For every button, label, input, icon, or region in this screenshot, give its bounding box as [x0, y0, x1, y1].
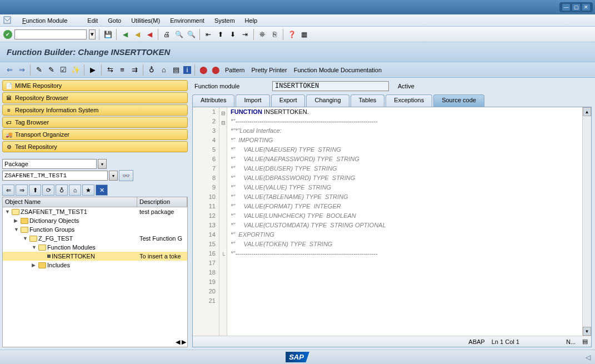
pretty-printer-button[interactable]: Pretty Printer [251, 67, 287, 73]
test-icon[interactable]: ▶ [88, 65, 98, 75]
tab-import[interactable]: Import [236, 94, 269, 107]
glasses-icon[interactable]: 👓 [119, 170, 133, 181]
next-page-icon[interactable]: ⬇ [228, 29, 238, 39]
object-list-icon[interactable]: ≡ [117, 65, 127, 75]
find-icon[interactable]: 🔍 [174, 29, 184, 39]
footer-resize-icon[interactable]: ◁ [586, 353, 591, 361]
breakpoint2-icon[interactable]: ⬤ [211, 65, 221, 75]
pattern-button[interactable]: Pattern [225, 67, 244, 73]
menu-utilities[interactable]: Utilities(M) [131, 17, 160, 24]
back-icon[interactable]: ◀ [120, 29, 130, 39]
app-menu-icon[interactable] [3, 16, 12, 25]
print-icon[interactable]: 🖨 [162, 29, 172, 39]
nav-repo-info[interactable]: ≡Repository Information System [2, 104, 188, 116]
worklist-icon[interactable]: ▤ [171, 65, 181, 75]
prev-page-icon[interactable]: ⬆ [216, 29, 226, 39]
fold-gutter[interactable]: ⊟⊟└ [219, 107, 227, 336]
shortcut-icon[interactable]: ⎘ [269, 29, 279, 39]
maximize-button[interactable]: ▢ [572, 3, 581, 11]
close-button[interactable]: ✕ [582, 3, 591, 11]
vscrollbar[interactable]: ▲ ▼ [582, 107, 591, 336]
info-icon[interactable]: i [183, 66, 191, 74]
fm-doc-button[interactable]: Function Module Documentation [294, 67, 382, 73]
tree-col-desc[interactable]: Description [137, 197, 187, 207]
nav-test-repo[interactable]: ⚙Test Repository [2, 141, 188, 152]
tree-refresh-icon[interactable]: ⟳ [42, 185, 54, 196]
sap-logo: SAP [286, 352, 309, 362]
menu-system[interactable]: System [214, 17, 235, 24]
tree-row[interactable]: ▶ Dictionary Objects [3, 216, 187, 225]
tree-hscroll[interactable]: ◀ ▶ [3, 337, 187, 347]
tree-row[interactable]: ▼ Function Modules [3, 243, 187, 252]
code-area[interactable]: FUNCTION INSERTTOKEN.*"-----------------… [227, 107, 582, 336]
tree-fwd-icon[interactable]: ⇒ [16, 185, 28, 196]
nav-tag-browser[interactable]: 🏷Tag Browser [2, 117, 188, 128]
tree-row[interactable]: ▶ Includes [3, 261, 187, 270]
minimize-button[interactable]: — [562, 3, 571, 11]
menu-help[interactable]: Help [245, 17, 258, 24]
tab-changing[interactable]: Changing [306, 94, 349, 107]
tab-attributes[interactable]: Attributes [192, 94, 234, 107]
other-object-icon[interactable]: ✎ [46, 65, 56, 75]
tree-row[interactable]: INSERTTOKENTo insert a toke [3, 252, 187, 261]
object-type-dropdown[interactable]: ▾ [98, 159, 107, 169]
tag-icon: 🏷 [5, 118, 13, 126]
status-list-icon[interactable]: ▤ [582, 338, 588, 345]
help-icon[interactable]: ❓ [287, 29, 297, 39]
tree-col-name[interactable]: Object Name [3, 197, 137, 207]
tab-tables[interactable]: Tables [351, 94, 385, 107]
tab-source-code[interactable]: Source code [433, 94, 484, 107]
tree-row[interactable]: ▼ Z_FG_TESTTest Function G [3, 234, 187, 243]
nav-forward-icon[interactable]: ⇒ [17, 65, 27, 75]
nav-icon[interactable]: ⇉ [129, 65, 139, 75]
scroll-down-icon[interactable]: ▼ [583, 327, 591, 336]
menu-environment[interactable]: Environment [170, 17, 204, 24]
app-toolbar: ⇐ ⇒ ✎ ✎ ☑ ✨ ▶ ⇆ ≡ ⇉ ♁ ⌂ ▤ i ⬤ ⬤ Pattern … [0, 62, 595, 78]
tab-exceptions[interactable]: Exceptions [386, 94, 432, 107]
tree-tree-icon[interactable]: ⌂ [69, 185, 81, 196]
activate-icon[interactable]: ✨ [71, 65, 81, 75]
nav-transport[interactable]: 🚚Transport Organizer [2, 129, 188, 140]
check-icon[interactable]: ☑ [58, 65, 68, 75]
hierarchy-icon[interactable]: ♁ [147, 65, 157, 75]
tree-fav-icon[interactable]: ★ [82, 185, 94, 196]
cancel-icon[interactable]: ◀ [144, 29, 154, 39]
object-name-dropdown[interactable]: ▾ [109, 171, 118, 181]
breakpoint-icon[interactable]: ⬤ [198, 65, 208, 75]
command-dropdown[interactable]: ▾ [89, 29, 96, 39]
nav-back-icon[interactable]: ⇐ [4, 65, 14, 75]
menu-function-module[interactable]: Function Module [22, 17, 77, 24]
menubar: Function Module Edit Goto Utilities(M) E… [0, 14, 595, 27]
tree-close-icon[interactable]: ✕ [96, 185, 108, 196]
save-icon[interactable]: 💾 [103, 29, 113, 39]
editor-statusbar: ABAP Ln 1 Col 1 N... ▤ [193, 336, 591, 347]
truck-icon: 🚚 [5, 131, 13, 138]
nav-repo-browser[interactable]: 🏛Repository Browser [2, 92, 188, 103]
tree-row[interactable]: ▼ ZSAFENET_TM_TEST1test package [3, 207, 187, 216]
tree-body[interactable]: ▼ ZSAFENET_TM_TEST1test package▶ Diction… [3, 207, 187, 337]
menu-goto[interactable]: Goto [108, 17, 121, 24]
tree-icon[interactable]: ⌂ [159, 65, 169, 75]
where-used-icon[interactable]: ⇆ [105, 65, 115, 75]
layout-icon[interactable]: ▦ [299, 29, 309, 39]
tree-hier-icon[interactable]: ♁ [56, 185, 68, 196]
enter-icon[interactable]: ✔ [3, 30, 12, 39]
menu-edit[interactable]: Edit [87, 17, 98, 24]
tree-row[interactable]: ▼ Function Groups [3, 225, 187, 234]
tree-up-icon[interactable]: ⬆ [29, 185, 41, 196]
command-field[interactable] [14, 29, 87, 39]
find-next-icon[interactable]: 🔍 [186, 29, 196, 39]
exit-icon[interactable]: ◀ [132, 29, 142, 39]
tab-export[interactable]: Export [271, 94, 306, 107]
tree-back-icon[interactable]: ⇐ [2, 185, 14, 196]
scroll-up-icon[interactable]: ▲ [583, 107, 591, 116]
first-page-icon[interactable]: ⇤ [203, 29, 213, 39]
display-toggle-icon[interactable]: ✎ [34, 65, 44, 75]
object-type-select[interactable] [2, 159, 97, 169]
code-editor[interactable]: 123456789101112131415161718192021 ⊟⊟└ FU… [193, 107, 591, 336]
nav-mime-repo[interactable]: 📄MIME Repository [2, 80, 188, 91]
last-page-icon[interactable]: ⇥ [240, 29, 250, 39]
new-session-icon[interactable]: ❊ [257, 29, 267, 39]
fm-name-input[interactable] [272, 81, 389, 91]
object-name-input[interactable] [2, 171, 108, 181]
